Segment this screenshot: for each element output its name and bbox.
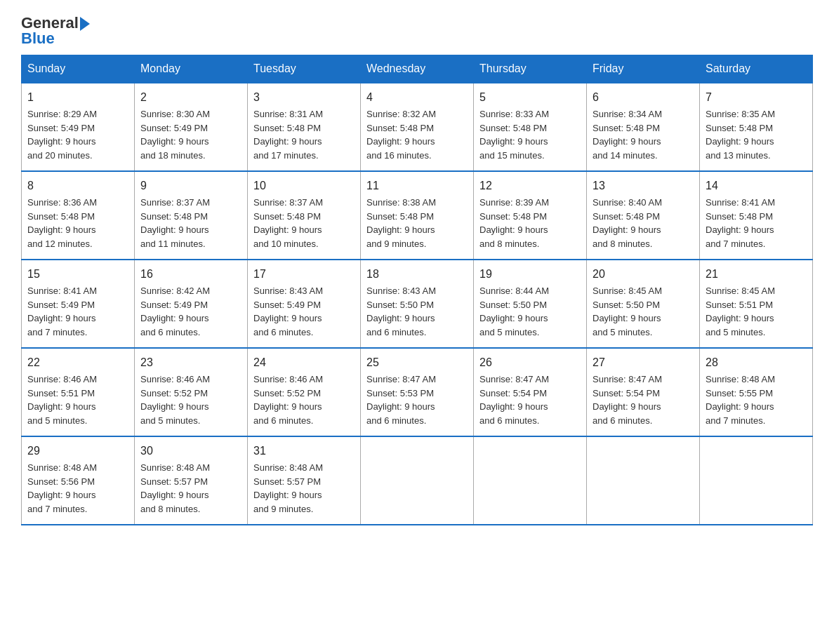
calendar-day-cell: 26Sunrise: 8:47 AMSunset: 5:54 PMDayligh… bbox=[474, 348, 587, 436]
day-number: 17 bbox=[253, 266, 355, 283]
logo-arrow-icon bbox=[80, 17, 90, 31]
day-info: Sunrise: 8:40 AMSunset: 5:48 PMDaylight:… bbox=[593, 196, 694, 250]
day-number: 5 bbox=[479, 89, 581, 106]
day-info: Sunrise: 8:45 AMSunset: 5:51 PMDaylight:… bbox=[706, 284, 807, 339]
day-info: Sunrise: 8:43 AMSunset: 5:50 PMDaylight:… bbox=[366, 284, 468, 339]
day-info: Sunrise: 8:45 AMSunset: 5:50 PMDaylight:… bbox=[593, 284, 694, 339]
day-info: Sunrise: 8:35 AMSunset: 5:48 PMDaylight:… bbox=[706, 107, 807, 162]
day-info: Sunrise: 8:29 AMSunset: 5:49 PMDaylight:… bbox=[27, 107, 128, 162]
calendar-day-cell: 23Sunrise: 8:46 AMSunset: 5:52 PMDayligh… bbox=[135, 348, 248, 436]
day-number: 27 bbox=[593, 354, 694, 371]
calendar-day-header: Friday bbox=[587, 55, 700, 83]
day-number: 9 bbox=[140, 177, 241, 194]
day-info: Sunrise: 8:41 AMSunset: 5:49 PMDaylight:… bbox=[27, 284, 128, 339]
day-info: Sunrise: 8:30 AMSunset: 5:49 PMDaylight:… bbox=[140, 107, 241, 162]
day-info: Sunrise: 8:36 AMSunset: 5:48 PMDaylight:… bbox=[27, 196, 128, 250]
day-number: 3 bbox=[253, 89, 355, 106]
day-info: Sunrise: 8:48 AMSunset: 5:56 PMDaylight:… bbox=[27, 461, 128, 516]
calendar-day-cell bbox=[700, 436, 813, 525]
day-number: 31 bbox=[253, 443, 355, 459]
calendar-week-row: 1Sunrise: 8:29 AMSunset: 5:49 PMDaylight… bbox=[22, 83, 813, 171]
calendar-week-row: 22Sunrise: 8:46 AMSunset: 5:51 PMDayligh… bbox=[22, 348, 813, 436]
day-number: 29 bbox=[27, 443, 128, 459]
calendar-day-cell: 11Sunrise: 8:38 AMSunset: 5:48 PMDayligh… bbox=[361, 171, 474, 260]
calendar-day-header: Monday bbox=[135, 55, 248, 83]
day-info: Sunrise: 8:34 AMSunset: 5:48 PMDaylight:… bbox=[593, 107, 694, 162]
calendar-day-cell: 16Sunrise: 8:42 AMSunset: 5:49 PMDayligh… bbox=[135, 260, 248, 348]
page-header: General Blue bbox=[21, 14, 813, 48]
calendar-day-cell: 3Sunrise: 8:31 AMSunset: 5:48 PMDaylight… bbox=[248, 83, 361, 171]
day-number: 13 bbox=[593, 177, 694, 194]
calendar-day-cell: 5Sunrise: 8:33 AMSunset: 5:48 PMDaylight… bbox=[474, 83, 587, 171]
day-number: 20 bbox=[593, 266, 694, 283]
calendar-table: SundayMondayTuesdayWednesdayThursdayFrid… bbox=[21, 55, 813, 525]
calendar-day-cell: 30Sunrise: 8:48 AMSunset: 5:57 PMDayligh… bbox=[135, 436, 248, 525]
calendar-day-cell: 20Sunrise: 8:45 AMSunset: 5:50 PMDayligh… bbox=[587, 260, 700, 348]
day-info: Sunrise: 8:31 AMSunset: 5:48 PMDaylight:… bbox=[253, 107, 355, 162]
day-number: 6 bbox=[593, 89, 694, 106]
day-info: Sunrise: 8:48 AMSunset: 5:55 PMDaylight:… bbox=[706, 373, 807, 427]
day-info: Sunrise: 8:33 AMSunset: 5:48 PMDaylight:… bbox=[479, 107, 581, 162]
day-info: Sunrise: 8:43 AMSunset: 5:49 PMDaylight:… bbox=[253, 284, 355, 339]
day-info: Sunrise: 8:47 AMSunset: 5:54 PMDaylight:… bbox=[479, 373, 581, 427]
calendar-day-cell bbox=[361, 436, 474, 525]
calendar-day-cell: 14Sunrise: 8:41 AMSunset: 5:48 PMDayligh… bbox=[700, 171, 813, 260]
day-info: Sunrise: 8:46 AMSunset: 5:51 PMDaylight:… bbox=[27, 373, 128, 427]
day-number: 15 bbox=[27, 266, 128, 283]
calendar-day-cell: 13Sunrise: 8:40 AMSunset: 5:48 PMDayligh… bbox=[587, 171, 700, 260]
calendar-day-cell: 22Sunrise: 8:46 AMSunset: 5:51 PMDayligh… bbox=[22, 348, 135, 436]
calendar-day-cell: 31Sunrise: 8:48 AMSunset: 5:57 PMDayligh… bbox=[248, 436, 361, 525]
day-info: Sunrise: 8:47 AMSunset: 5:54 PMDaylight:… bbox=[593, 373, 694, 427]
calendar-day-cell: 8Sunrise: 8:36 AMSunset: 5:48 PMDaylight… bbox=[22, 171, 135, 260]
day-number: 22 bbox=[27, 354, 128, 371]
day-number: 19 bbox=[479, 266, 581, 283]
calendar-day-cell: 12Sunrise: 8:39 AMSunset: 5:48 PMDayligh… bbox=[474, 171, 587, 260]
day-number: 2 bbox=[140, 89, 241, 106]
calendar-day-cell: 2Sunrise: 8:30 AMSunset: 5:49 PMDaylight… bbox=[135, 83, 248, 171]
calendar-day-header: Sunday bbox=[22, 55, 135, 83]
day-number: 30 bbox=[140, 443, 241, 459]
day-number: 10 bbox=[253, 177, 355, 194]
day-number: 16 bbox=[140, 266, 241, 283]
calendar-day-cell bbox=[587, 436, 700, 525]
calendar-day-cell: 9Sunrise: 8:37 AMSunset: 5:48 PMDaylight… bbox=[135, 171, 248, 260]
day-number: 18 bbox=[366, 266, 468, 283]
day-number: 28 bbox=[706, 354, 807, 371]
calendar-day-cell: 25Sunrise: 8:47 AMSunset: 5:53 PMDayligh… bbox=[361, 348, 474, 436]
day-info: Sunrise: 8:37 AMSunset: 5:48 PMDaylight:… bbox=[140, 196, 241, 250]
calendar-day-cell: 28Sunrise: 8:48 AMSunset: 5:55 PMDayligh… bbox=[700, 348, 813, 436]
calendar-day-cell: 1Sunrise: 8:29 AMSunset: 5:49 PMDaylight… bbox=[22, 83, 135, 171]
day-info: Sunrise: 8:37 AMSunset: 5:48 PMDaylight:… bbox=[253, 196, 355, 250]
day-info: Sunrise: 8:46 AMSunset: 5:52 PMDaylight:… bbox=[140, 373, 241, 427]
calendar-day-cell: 7Sunrise: 8:35 AMSunset: 5:48 PMDaylight… bbox=[700, 83, 813, 171]
calendar-day-cell: 19Sunrise: 8:44 AMSunset: 5:50 PMDayligh… bbox=[474, 260, 587, 348]
day-number: 25 bbox=[366, 354, 468, 371]
calendar-day-cell bbox=[474, 436, 587, 525]
logo-blue-text: Blue bbox=[21, 29, 55, 48]
calendar-day-header: Thursday bbox=[474, 55, 587, 83]
calendar-day-cell: 27Sunrise: 8:47 AMSunset: 5:54 PMDayligh… bbox=[587, 348, 700, 436]
logo: General Blue bbox=[21, 14, 90, 48]
day-info: Sunrise: 8:48 AMSunset: 5:57 PMDaylight:… bbox=[253, 461, 355, 516]
day-number: 12 bbox=[479, 177, 581, 194]
day-info: Sunrise: 8:48 AMSunset: 5:57 PMDaylight:… bbox=[140, 461, 241, 516]
calendar-day-cell: 4Sunrise: 8:32 AMSunset: 5:48 PMDaylight… bbox=[361, 83, 474, 171]
day-number: 23 bbox=[140, 354, 241, 371]
calendar-day-cell: 24Sunrise: 8:46 AMSunset: 5:52 PMDayligh… bbox=[248, 348, 361, 436]
calendar-day-header: Saturday bbox=[700, 55, 813, 83]
calendar-day-header: Tuesday bbox=[248, 55, 361, 83]
day-number: 8 bbox=[27, 177, 128, 194]
day-info: Sunrise: 8:39 AMSunset: 5:48 PMDaylight:… bbox=[479, 196, 581, 250]
day-info: Sunrise: 8:41 AMSunset: 5:48 PMDaylight:… bbox=[706, 196, 807, 250]
day-number: 14 bbox=[706, 177, 807, 194]
calendar-day-cell: 10Sunrise: 8:37 AMSunset: 5:48 PMDayligh… bbox=[248, 171, 361, 260]
calendar-day-cell: 15Sunrise: 8:41 AMSunset: 5:49 PMDayligh… bbox=[22, 260, 135, 348]
day-info: Sunrise: 8:47 AMSunset: 5:53 PMDaylight:… bbox=[366, 373, 468, 427]
calendar-body: 1Sunrise: 8:29 AMSunset: 5:49 PMDaylight… bbox=[22, 83, 813, 525]
calendar-header-row: SundayMondayTuesdayWednesdayThursdayFrid… bbox=[22, 55, 813, 83]
day-number: 21 bbox=[706, 266, 807, 283]
calendar-week-row: 8Sunrise: 8:36 AMSunset: 5:48 PMDaylight… bbox=[22, 171, 813, 260]
day-info: Sunrise: 8:42 AMSunset: 5:49 PMDaylight:… bbox=[140, 284, 241, 339]
calendar-day-cell: 6Sunrise: 8:34 AMSunset: 5:48 PMDaylight… bbox=[587, 83, 700, 171]
calendar-week-row: 15Sunrise: 8:41 AMSunset: 5:49 PMDayligh… bbox=[22, 260, 813, 348]
